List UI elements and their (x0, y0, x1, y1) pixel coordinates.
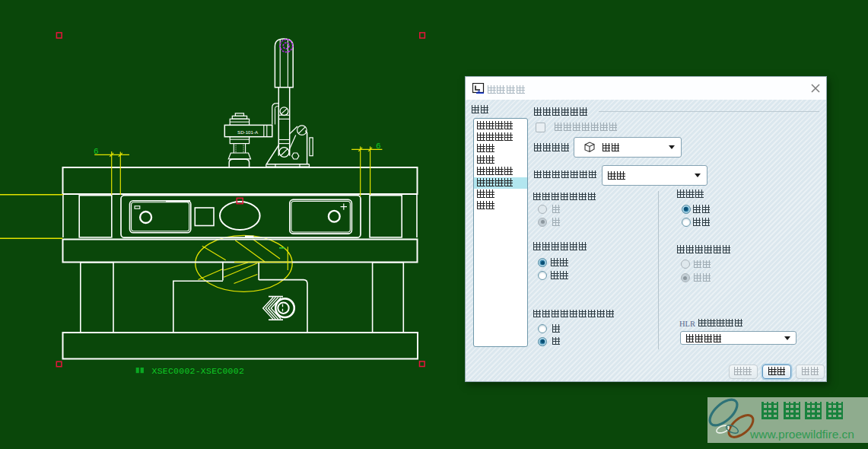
svg-text:SD-101-A: SD-101-A (237, 129, 259, 135)
svg-text:6: 6 (94, 147, 99, 156)
svg-text:XSEC0002-XSEC0002: XSEC0002-XSEC0002 (152, 366, 245, 376)
svg-text:6: 6 (376, 142, 381, 151)
